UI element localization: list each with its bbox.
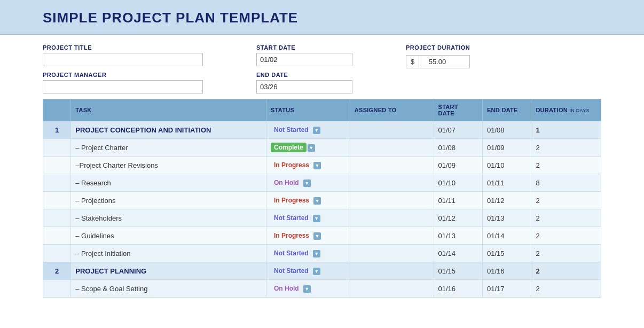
row-number bbox=[43, 280, 71, 298]
row-duration: 2 bbox=[531, 157, 601, 174]
row-status[interactable]: In Progress▼ bbox=[266, 192, 350, 209]
status-dropdown-arrow[interactable]: ▼ bbox=[308, 144, 315, 152]
row-task: – Project Charter bbox=[71, 139, 266, 157]
col-start-header: STARTDATE bbox=[434, 99, 482, 121]
row-duration: 8 bbox=[531, 174, 601, 192]
row-assigned bbox=[350, 139, 434, 157]
status-badge: In Progress bbox=[271, 160, 312, 170]
row-start-date: 01/11 bbox=[434, 192, 482, 209]
row-number: 1 bbox=[43, 121, 71, 139]
row-task: – Scope & Goal Setting bbox=[71, 280, 266, 298]
start-date-input[interactable] bbox=[256, 53, 352, 66]
col-assigned-header: ASSIGNED TO bbox=[350, 99, 434, 121]
status-dropdown-arrow[interactable]: ▼ bbox=[313, 197, 321, 205]
row-task: PROJECT PLANNING bbox=[71, 262, 266, 280]
row-number bbox=[43, 227, 71, 245]
row-status[interactable]: In Progress▼ bbox=[266, 227, 350, 245]
row-status[interactable]: Not Started▼ bbox=[266, 245, 350, 262]
row-number: 2 bbox=[43, 262, 71, 280]
table-row: – StakeholdersNot Started▼01/1201/132 bbox=[43, 209, 601, 227]
row-assigned bbox=[350, 174, 434, 192]
row-number bbox=[43, 139, 71, 157]
duration-value: 55.00 bbox=[419, 56, 451, 68]
row-task: – Stakeholders bbox=[71, 209, 266, 227]
row-number bbox=[43, 192, 71, 209]
row-assigned bbox=[350, 262, 434, 280]
row-start-date: 01/16 bbox=[434, 280, 482, 298]
row-status[interactable]: Complete▼ bbox=[266, 139, 350, 157]
row-duration: 2 bbox=[531, 209, 601, 227]
row-assigned bbox=[350, 245, 434, 262]
table-row: – ResearchOn Hold▼01/1001/118 bbox=[43, 174, 601, 192]
project-manager-input[interactable] bbox=[43, 80, 203, 93]
row-assigned bbox=[350, 192, 434, 209]
row-status[interactable]: Not Started▼ bbox=[266, 121, 350, 139]
project-plan-table: TASK STATUS ASSIGNED TO STARTDATE END DA… bbox=[43, 99, 601, 298]
row-end-date: 01/14 bbox=[482, 227, 531, 245]
status-dropdown-arrow[interactable]: ▼ bbox=[313, 162, 321, 169]
status-badge: Not Started bbox=[271, 125, 312, 135]
table-body: 1PROJECT CONCEPTION AND INITIATIONNot St… bbox=[43, 121, 601, 298]
row-duration: 2 bbox=[531, 139, 601, 157]
row-duration: 1 bbox=[531, 121, 601, 139]
row-start-date: 01/12 bbox=[434, 209, 482, 227]
table-header-row: TASK STATUS ASSIGNED TO STARTDATE END DA… bbox=[43, 99, 601, 121]
project-duration-label: PROJECT DURATION bbox=[406, 44, 470, 51]
col-task-header: TASK bbox=[71, 99, 266, 121]
col-number bbox=[43, 99, 71, 121]
table-row: 2PROJECT PLANNINGNot Started▼01/1501/162 bbox=[43, 262, 601, 280]
row-assigned bbox=[350, 280, 434, 298]
status-badge: On Hold bbox=[271, 284, 302, 293]
row-end-date: 01/15 bbox=[482, 245, 531, 262]
status-dropdown-arrow[interactable]: ▼ bbox=[303, 285, 311, 293]
status-dropdown-arrow[interactable]: ▼ bbox=[313, 127, 320, 134]
status-badge: In Progress bbox=[271, 196, 312, 205]
row-status[interactable]: Not Started▼ bbox=[266, 262, 350, 280]
start-date-label: START DATE bbox=[256, 44, 352, 51]
project-title-label: PROJECT TITLE bbox=[43, 44, 203, 51]
table-section: TASK STATUS ASSIGNED TO STARTDATE END DA… bbox=[0, 99, 644, 298]
status-badge: In Progress bbox=[271, 231, 312, 240]
status-badge: On Hold bbox=[271, 178, 302, 188]
row-start-date: 01/14 bbox=[434, 245, 482, 262]
duration-currency: $ bbox=[406, 56, 419, 68]
row-status[interactable]: On Hold▼ bbox=[266, 280, 350, 298]
status-dropdown-arrow[interactable]: ▼ bbox=[313, 232, 321, 240]
project-title-input[interactable] bbox=[43, 53, 203, 66]
row-end-date: 01/12 bbox=[482, 192, 531, 209]
status-badge: Complete bbox=[271, 143, 307, 152]
row-start-date: 01/13 bbox=[434, 227, 482, 245]
row-status[interactable]: Not Started▼ bbox=[266, 209, 350, 227]
row-task: –Project Charter Revisions bbox=[71, 157, 266, 174]
table-row: – Scope & Goal SettingOn Hold▼01/1601/17… bbox=[43, 280, 601, 298]
status-dropdown-arrow[interactable]: ▼ bbox=[313, 215, 320, 222]
end-date-input[interactable] bbox=[256, 80, 352, 93]
row-end-date: 01/16 bbox=[482, 262, 531, 280]
col-status-header: STATUS bbox=[266, 99, 350, 121]
row-start-date: 01/10 bbox=[434, 174, 482, 192]
col-duration-header: DURATION in days bbox=[531, 99, 601, 121]
header-bar: SIMPLE PROJECT PLAN TEMPLATE bbox=[0, 0, 644, 35]
row-start-date: 01/09 bbox=[434, 157, 482, 174]
status-dropdown-arrow[interactable]: ▼ bbox=[303, 179, 311, 187]
row-duration: 2 bbox=[531, 280, 601, 298]
row-end-date: 01/11 bbox=[482, 174, 531, 192]
page-title: SIMPLE PROJECT PLAN TEMPLATE bbox=[43, 10, 601, 26]
end-date-label: END DATE bbox=[256, 72, 352, 78]
status-dropdown-arrow[interactable]: ▼ bbox=[313, 250, 320, 257]
status-dropdown-arrow[interactable]: ▼ bbox=[313, 268, 320, 275]
row-assigned bbox=[350, 227, 434, 245]
row-status[interactable]: On Hold▼ bbox=[266, 174, 350, 192]
row-end-date: 01/09 bbox=[482, 139, 531, 157]
table-row: 1PROJECT CONCEPTION AND INITIATIONNot St… bbox=[43, 121, 601, 139]
project-manager-label: PROJECT MANAGER bbox=[43, 72, 203, 78]
row-duration: 2 bbox=[531, 227, 601, 245]
row-number bbox=[43, 174, 71, 192]
duration-input-row: $ 55.00 bbox=[406, 55, 470, 68]
table-row: – Project InitiationNot Started▼01/1401/… bbox=[43, 245, 601, 262]
row-status[interactable]: In Progress▼ bbox=[266, 157, 350, 174]
row-start-date: 01/15 bbox=[434, 262, 482, 280]
row-task: – Guidelines bbox=[71, 227, 266, 245]
row-end-date: 01/13 bbox=[482, 209, 531, 227]
status-badge: Not Started bbox=[271, 266, 312, 276]
